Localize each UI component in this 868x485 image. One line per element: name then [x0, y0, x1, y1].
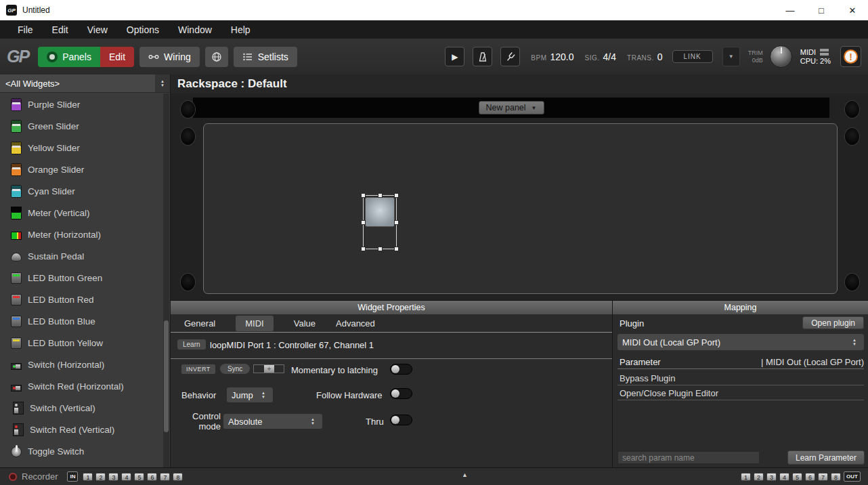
sidebar-item-purple-slider[interactable]: Purple Slider	[0, 93, 163, 115]
gain-knob[interactable]	[770, 45, 792, 68]
sidebar-item-led-button-blue[interactable]: LED Button Blue	[0, 310, 163, 332]
sig-label: SIG.	[585, 54, 600, 62]
sidebar-item-meter-horizontal[interactable]: Meter (Horizontal)	[0, 224, 163, 245]
midi-in-badge[interactable]: IN	[67, 471, 78, 482]
widget-filter-dropdown[interactable]: <All Widgets>	[0, 75, 170, 93]
in-channel-7[interactable]: 7	[160, 473, 170, 481]
setlists-button[interactable]: Setlists	[234, 47, 297, 67]
sidebar-item-led-button-green[interactable]: LED Button Green	[0, 267, 163, 289]
new-panel-button[interactable]: New panel ▼	[479, 101, 544, 114]
play-button[interactable]: ▶	[445, 47, 464, 66]
variation-dropdown[interactable]: ▼	[722, 47, 740, 66]
metronome-button[interactable]	[473, 47, 492, 66]
out-channel-4[interactable]: 4	[779, 473, 789, 481]
parameter-row-bypass[interactable]: Bypass Plugin	[617, 371, 864, 385]
sidebar-item-cyan-slider[interactable]: Cyan Slider	[0, 180, 163, 202]
out-channel-8[interactable]: 8	[831, 473, 841, 481]
global-rackspace-button[interactable]	[205, 47, 228, 67]
tab-midi[interactable]: MIDI	[236, 316, 273, 331]
close-button[interactable]: ✕	[837, 0, 868, 20]
sidebar-item-green-slider[interactable]: Green Slider	[0, 115, 163, 137]
open-plugin-button[interactable]: Open plugin	[802, 316, 864, 329]
param-search-input[interactable]	[617, 451, 760, 464]
sidebar-item-switch-red-horizontal[interactable]: Switch Red (Horizontal)	[0, 375, 163, 397]
rack-screw	[181, 274, 195, 291]
link-button[interactable]: LINK	[672, 50, 713, 63]
maximize-button[interactable]: □	[806, 0, 837, 20]
in-channel-6[interactable]: 6	[147, 473, 157, 481]
momentary-toggle[interactable]	[390, 364, 412, 375]
in-channel-5[interactable]: 5	[134, 473, 144, 481]
selection-handle[interactable]	[394, 220, 399, 225]
out-channel-6[interactable]: 6	[805, 473, 815, 481]
midi-learn-button[interactable]: Learn	[177, 339, 206, 350]
midi-out-badge[interactable]: OUT	[844, 471, 861, 482]
parameter-row-editor[interactable]: Open/Close Plugin Editor	[617, 386, 864, 400]
in-channel-1[interactable]: 1	[83, 473, 93, 481]
invert-button[interactable]: INVERT	[181, 364, 215, 374]
selection-handle[interactable]	[394, 193, 399, 198]
sync-fader-control[interactable]	[253, 364, 284, 373]
sidebar-item-orange-slider[interactable]: Orange Slider	[0, 159, 163, 180]
sidebar-item-meter-vertical[interactable]: Meter (Vertical)	[0, 202, 163, 224]
sidebar-item-toggle-switch[interactable]: Toggle Switch	[0, 440, 163, 462]
transpose-field[interactable]: TRANS. 0	[627, 51, 662, 62]
bpm-field[interactable]: BPM 120.0	[531, 51, 573, 62]
rack-screw	[845, 101, 859, 118]
selection-handle[interactable]	[361, 247, 366, 251]
plugin-selector-dropdown[interactable]: MIDI Out (Local GP Port)	[617, 334, 864, 350]
collapse-panel-arrow[interactable]: ▲	[462, 471, 468, 478]
sidebar-scrollbar[interactable]	[163, 93, 169, 467]
menu-help[interactable]: Help	[221, 22, 260, 38]
selection-handle[interactable]	[378, 193, 383, 198]
edit-button[interactable]: Edit	[100, 47, 134, 67]
menu-edit[interactable]: Edit	[43, 22, 78, 38]
scrollbar-thumb[interactable]	[164, 320, 169, 432]
in-channel-3[interactable]: 3	[108, 473, 118, 481]
selection-handle[interactable]	[361, 193, 366, 198]
tuner-button[interactable]	[500, 47, 520, 66]
panel-surface[interactable]	[203, 123, 838, 294]
menu-window[interactable]: Window	[169, 22, 221, 38]
menu-view[interactable]: View	[78, 22, 117, 38]
selection-handle[interactable]	[361, 220, 366, 225]
in-channel-2[interactable]: 2	[95, 473, 106, 481]
panels-button[interactable]: Panels	[38, 47, 100, 67]
tab-value[interactable]: Value	[294, 318, 316, 329]
in-channel-8[interactable]: 8	[173, 473, 183, 481]
thru-toggle[interactable]	[390, 415, 412, 425]
sidebar-item-led-button-red[interactable]: LED Button Red	[0, 289, 163, 310]
behavior-dropdown[interactable]: Jump	[227, 387, 273, 402]
sidebar-item-led-button-yellow[interactable]: LED Button Yellow	[0, 332, 163, 354]
out-channel-2[interactable]: 2	[754, 473, 764, 481]
selection-handle[interactable]	[394, 247, 399, 251]
tab-advanced[interactable]: Advanced	[336, 318, 375, 329]
learn-parameter-button[interactable]: Learn Parameter	[787, 450, 865, 465]
record-icon[interactable]	[9, 473, 17, 481]
selection-handle[interactable]	[378, 247, 383, 251]
wiring-button[interactable]: Wiring	[139, 47, 200, 67]
sidebar-item-sustain-pedal[interactable]: Sustain Pedal	[0, 245, 163, 267]
app-icon: GP	[6, 5, 17, 16]
out-channel-1[interactable]: 1	[741, 473, 751, 481]
sidebar-item-switch-horizontal[interactable]: Switch (Horizontal)	[0, 354, 163, 375]
sidebar-item-switch-red-vertical[interactable]: Switch Red (Vertical)	[0, 419, 163, 440]
follow-hardware-toggle[interactable]	[390, 388, 412, 399]
out-channel-5[interactable]: 5	[792, 473, 802, 481]
menu-options[interactable]: Options	[117, 22, 169, 38]
control-mode-dropdown[interactable]: Absolute	[223, 414, 322, 429]
minimize-button[interactable]: —	[775, 0, 806, 20]
out-channel-7[interactable]: 7	[818, 473, 828, 481]
tab-general[interactable]: General	[184, 318, 215, 329]
signature-field[interactable]: SIG. 4/4	[585, 51, 616, 62]
menu-file[interactable]: File	[8, 22, 43, 38]
sidebar-item-switch-vertical[interactable]: Switch (Vertical)	[0, 397, 163, 419]
parameter-header-row: Parameter | MIDI Out (Local GP Port)	[617, 356, 864, 369]
out-channel-3[interactable]: 3	[766, 473, 777, 481]
sidebar-item-label: Switch (Vertical)	[30, 403, 95, 413]
sync-button[interactable]: Sync	[220, 364, 250, 374]
panic-button[interactable]: !	[840, 46, 861, 67]
in-channel-4[interactable]: 4	[121, 473, 131, 481]
button-widget[interactable]	[365, 197, 395, 227]
sidebar-item-yellow-slider[interactable]: Yellow Slider	[0, 137, 163, 159]
